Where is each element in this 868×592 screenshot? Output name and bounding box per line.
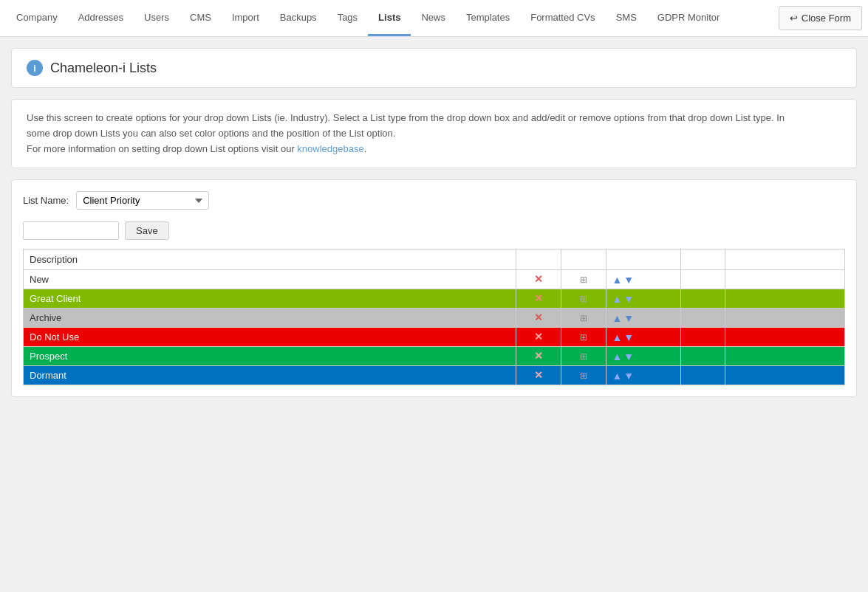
- row-delete-dormant[interactable]: ✕: [516, 366, 561, 385]
- info-text-card: Use this screen to create options for yo…: [11, 99, 857, 168]
- header-col2: [516, 249, 561, 270]
- header-col5: [680, 249, 725, 270]
- nav-tab-users[interactable]: Users: [134, 0, 180, 36]
- order-buttons: ▲ ▼: [612, 313, 674, 323]
- nav-tab-cms[interactable]: CMS: [180, 0, 222, 36]
- row-extra-new: [680, 270, 725, 289]
- row-color-archive[interactable]: ⊞: [561, 309, 606, 328]
- page-header-card: i Chameleon-i Lists: [11, 48, 857, 88]
- list-table: Description New ✕ ⊞: [23, 249, 845, 385]
- row-extra2-great-client: [725, 289, 845, 309]
- color-grid-icon[interactable]: ⊞: [580, 371, 587, 380]
- nav-tab-addresses[interactable]: Addresses: [68, 0, 134, 36]
- header-col6: [725, 249, 845, 270]
- move-down-icon[interactable]: ▼: [623, 351, 634, 362]
- color-grid-icon[interactable]: ⊞: [580, 314, 587, 323]
- row-delete-do-not-use[interactable]: ✕: [516, 328, 561, 347]
- nav-tab-backups[interactable]: Backups: [270, 0, 327, 36]
- row-extra2-do-not-use: [725, 328, 845, 347]
- lists-card: List Name: Client Priority Industry Stat…: [11, 179, 857, 397]
- delete-icon[interactable]: ✕: [534, 370, 543, 380]
- row-description-archive: Archive: [24, 309, 516, 328]
- row-extra2-prospect: [725, 347, 845, 366]
- add-description-input[interactable]: [23, 221, 119, 240]
- list-name-row: List Name: Client Priority Industry Stat…: [23, 191, 845, 210]
- move-up-icon[interactable]: ▲: [612, 313, 623, 323]
- delete-icon[interactable]: ✕: [534, 274, 543, 284]
- nav-tab-news[interactable]: News: [411, 0, 456, 36]
- row-order-do-not-use: ▲ ▼: [606, 328, 680, 347]
- save-button[interactable]: Save: [125, 221, 169, 240]
- color-grid-icon[interactable]: ⊞: [580, 333, 587, 342]
- row-color-prospect[interactable]: ⊞: [561, 347, 606, 366]
- move-down-icon[interactable]: ▼: [623, 371, 634, 381]
- move-up-icon[interactable]: ▲: [612, 332, 623, 343]
- nav-tab-company[interactable]: Company: [6, 0, 68, 36]
- row-color-dormant[interactable]: ⊞: [561, 366, 606, 385]
- row-extra2-archive: [725, 309, 845, 328]
- nav-tab-formatted-cvs[interactable]: Formatted CVs: [520, 0, 605, 36]
- row-description-prospect: Prospect: [24, 347, 516, 366]
- row-description-do-not-use: Do Not Use: [24, 328, 516, 347]
- row-extra-dormant: [680, 366, 725, 385]
- row-color-do-not-use[interactable]: ⊞: [561, 328, 606, 347]
- order-buttons: ▲ ▼: [612, 371, 674, 381]
- table-row: Prospect ✕ ⊞ ▲ ▼: [24, 347, 845, 366]
- header-col4: [606, 249, 680, 270]
- row-color-great-client[interactable]: ⊞: [561, 289, 606, 309]
- row-extra-prospect: [680, 347, 725, 366]
- row-description-great-client: Great Client: [24, 289, 516, 309]
- close-form-button[interactable]: ↩ Close Form: [779, 6, 862, 30]
- row-delete-prospect[interactable]: ✕: [516, 347, 561, 366]
- move-up-icon[interactable]: ▲: [612, 351, 623, 362]
- table-row: Do Not Use ✕ ⊞ ▲ ▼: [24, 328, 845, 347]
- row-description-dormant: Dormant: [24, 366, 516, 385]
- row-extra-great-client: [680, 289, 725, 309]
- row-extra2-new: [725, 270, 845, 289]
- list-name-select[interactable]: Client Priority Industry Status Source J…: [76, 191, 209, 210]
- move-up-icon[interactable]: ▲: [612, 275, 623, 285]
- move-up-icon[interactable]: ▲: [612, 371, 623, 381]
- order-buttons: ▲ ▼: [612, 294, 674, 304]
- row-delete-archive[interactable]: ✕: [516, 309, 561, 328]
- table-row: New ✕ ⊞ ▲ ▼: [24, 270, 845, 289]
- nav-tab-sms[interactable]: SMS: [606, 0, 647, 36]
- close-form-icon: ↩: [790, 13, 798, 24]
- row-extra-do-not-use: [680, 328, 725, 347]
- nav-tab-templates[interactable]: Templates: [456, 0, 520, 36]
- nav-tab-gdpr-monitor[interactable]: GDPR Monitor: [647, 0, 731, 36]
- row-order-dormant: ▲ ▼: [606, 366, 680, 385]
- move-down-icon[interactable]: ▼: [623, 294, 634, 304]
- header-description: Description: [24, 249, 516, 270]
- color-grid-icon[interactable]: ⊞: [580, 275, 587, 284]
- move-down-icon[interactable]: ▼: [623, 332, 634, 343]
- row-extra2-dormant: [725, 366, 845, 385]
- nav-tab-tags[interactable]: Tags: [327, 0, 368, 36]
- list-name-label: List Name:: [23, 195, 69, 206]
- row-order-new: ▲ ▼: [606, 270, 680, 289]
- move-up-icon[interactable]: ▲: [612, 294, 623, 304]
- move-down-icon[interactable]: ▼: [623, 275, 634, 285]
- move-down-icon[interactable]: ▼: [623, 313, 634, 323]
- row-color-new[interactable]: ⊞: [561, 270, 606, 289]
- order-buttons: ▲ ▼: [612, 332, 674, 343]
- main-content: i Chameleon-i Lists Use this screen to c…: [0, 37, 868, 408]
- delete-icon[interactable]: ✕: [534, 312, 543, 323]
- table-row: Dormant ✕ ⊞ ▲ ▼: [24, 366, 845, 385]
- nav-tab-lists[interactable]: Lists: [368, 0, 411, 36]
- row-extra-archive: [680, 309, 725, 328]
- color-grid-icon[interactable]: ⊞: [580, 352, 587, 361]
- page-title: Chameleon-i Lists: [50, 61, 157, 76]
- row-delete-great-client[interactable]: ✕: [516, 289, 561, 309]
- row-delete-new[interactable]: ✕: [516, 270, 561, 289]
- nav-tab-import[interactable]: Import: [222, 0, 270, 36]
- delete-icon[interactable]: ✕: [534, 351, 543, 361]
- top-navigation: Company Addresses Users CMS Import Backu…: [0, 0, 868, 37]
- nav-spacer: [730, 0, 778, 36]
- color-grid-icon[interactable]: ⊞: [580, 295, 587, 303]
- delete-icon[interactable]: ✕: [534, 293, 543, 303]
- delete-icon[interactable]: ✕: [534, 331, 543, 342]
- knowledgebase-link[interactable]: knowledgebase: [297, 143, 363, 154]
- info-line-1: Use this screen to create options for yo…: [27, 111, 841, 156]
- header-col3: [561, 249, 606, 270]
